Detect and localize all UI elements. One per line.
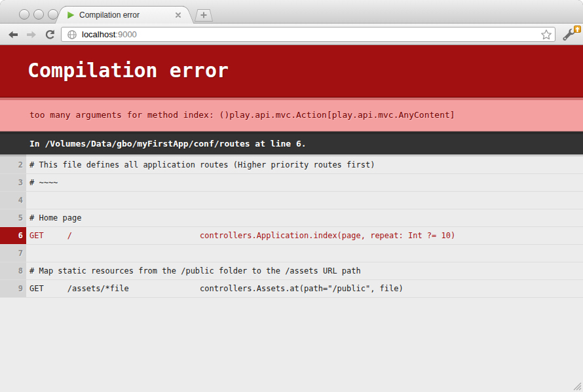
line-code: # Home page [26,209,583,226]
line-code: # This file defines all application rout… [26,156,583,173]
code-line: 8# Map static resources from the /public… [0,262,583,280]
code-listing: 2# This file defines all application rou… [0,156,583,298]
forward-arrow-icon [25,28,38,41]
code-line: 4 [0,192,583,209]
code-line: 7 [0,245,583,262]
url-text: localhost:9000 [82,29,137,39]
forward-button[interactable] [24,27,39,43]
update-up-arrow-icon [575,27,580,32]
error-page: Compilation error too many arguments for… [0,45,583,392]
code-line: 9GET /assets/*file controllers.Assets.at… [0,280,583,298]
resize-grip[interactable] [573,382,582,391]
line-number: 7 [0,245,26,262]
line-number: 3 [0,174,26,191]
play-framework-triangle-icon [66,10,75,20]
line-number: 2 [0,156,26,173]
browser-window: Compilation error [0,0,583,392]
url-host: localhost [82,29,115,39]
line-code: # ~~~~ [26,174,583,191]
back-button[interactable] [5,27,21,43]
line-code [26,245,583,262]
line-number: 8 [0,262,26,279]
tab-strip: Compilation error [0,0,583,24]
window-minimize-button[interactable] [33,9,44,20]
navigation-toolbar: localhost:9000 [0,24,583,45]
code-line-error: 6GET / controllers.Application.index(pag… [0,227,583,245]
tab-compilation-error[interactable]: Compilation error [65,6,184,24]
wrench-menu-button[interactable] [561,27,580,43]
back-arrow-icon [7,28,20,41]
error-location: In /Volumes/Data/gbo/myFirstApp/conf/rou… [0,132,583,154]
line-code: GET / controllers.Application.index(page… [26,227,583,244]
tab-title: Compilation error [79,10,171,20]
line-code: GET /assets/*file controllers.Assets.at(… [26,280,583,297]
line-code: # Map static resources from the /public … [26,262,583,279]
window-close-button[interactable] [19,9,29,20]
code-line: 5# Home page [0,209,583,227]
url-port: :9000 [115,29,137,39]
star-outline-icon [540,29,552,41]
line-number: 4 [0,192,26,209]
globe-icon [67,29,77,40]
code-line: 2# This file defines all application rou… [0,156,583,174]
plus-icon [200,11,208,19]
new-tab-button[interactable] [195,9,213,22]
line-number: 5 [0,209,26,226]
line-number: 9 [0,280,26,297]
tab-close-icon[interactable] [174,10,183,20]
page-title: Compilation error [0,45,583,98]
code-line: 3# ~~~~ [0,174,583,192]
update-badge [574,26,581,33]
address-bar[interactable]: localhost:9000 [61,27,555,42]
reload-button[interactable] [42,27,58,43]
reload-icon [44,29,56,41]
error-message: too many arguments for method index: ()p… [0,98,583,132]
line-number: 6 [0,227,26,244]
line-code [26,192,583,209]
bookmark-star-button[interactable] [540,29,552,41]
